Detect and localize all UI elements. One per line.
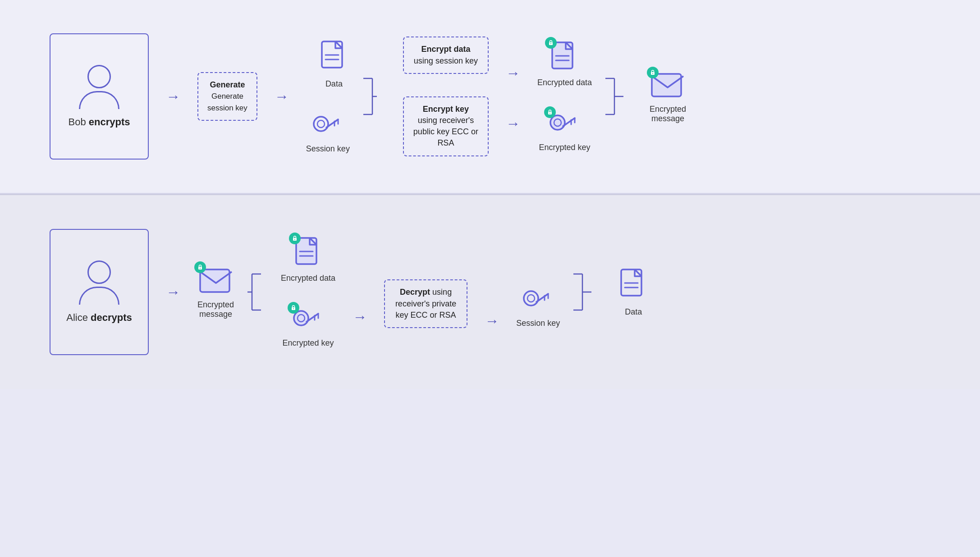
session-key-output-label: Session key bbox=[516, 319, 560, 328]
session-key-output-container: Session key bbox=[516, 256, 560, 328]
arrow-to-decrypt-box: → bbox=[353, 310, 367, 324]
bottom-arrow-1: → bbox=[166, 285, 180, 299]
svg-point-30 bbox=[200, 268, 201, 269]
session-key-label: Session key bbox=[306, 144, 350, 154]
bottom-encrypted-message-icon-wrap bbox=[198, 265, 234, 297]
bob-actor-box: Bob encrypts bbox=[50, 33, 149, 160]
encrypted-message-step: Encrypted message bbox=[650, 69, 686, 123]
generate-session-key-step: GenerateGenerate session key bbox=[197, 72, 257, 121]
bottom-encrypted-data-step: Encrypted data bbox=[281, 236, 335, 283]
svg-point-48 bbox=[527, 295, 535, 302]
encrypted-message-label: Encrypted message bbox=[650, 105, 686, 123]
svg-point-4 bbox=[317, 120, 325, 128]
encrypt-boxes: Encrypt data using session key Encrypt k… bbox=[403, 37, 489, 156]
decrypt-box: Decrypt using receiver's private key ECC… bbox=[384, 279, 467, 328]
bracket-right bbox=[363, 60, 377, 132]
bottom-key-arrow: → bbox=[349, 310, 371, 324]
bottom-encrypted-message-step: Encrypted message bbox=[197, 265, 234, 319]
bottom-encrypted-key-label: Encrypted key bbox=[283, 338, 334, 348]
arrow-after-encrypt-data: → bbox=[506, 66, 520, 80]
svg-point-37 bbox=[294, 239, 295, 240]
final-data-step: Data bbox=[618, 268, 649, 317]
encrypted-key-label: Encrypted key bbox=[539, 143, 590, 152]
bob-icon bbox=[79, 65, 119, 109]
session-key-output-icon bbox=[521, 286, 555, 315]
final-data-icon bbox=[618, 268, 649, 304]
merge-connector bbox=[605, 60, 623, 132]
bottom-lock-badge-key bbox=[288, 302, 299, 314]
encrypt-data-box: Encrypt data using session key bbox=[403, 37, 489, 73]
input-items: Data Session key bbox=[306, 40, 350, 154]
svg-point-18 bbox=[550, 115, 565, 130]
data-icon bbox=[318, 40, 350, 76]
alice-actor-head bbox=[87, 260, 111, 284]
bottom-encrypted-key-step: Encrypted key bbox=[281, 306, 335, 348]
lock-badge-key bbox=[544, 106, 556, 118]
arrow-after-encrypt-key: → bbox=[506, 116, 520, 131]
bob-label: Bob encrypts bbox=[69, 116, 130, 128]
encrypted-message-icon-wrap bbox=[650, 69, 686, 101]
bottom-encrypted-message-label: Encrypted message bbox=[197, 300, 234, 319]
alice-actor-body bbox=[79, 287, 119, 305]
data-step: Data bbox=[318, 40, 350, 89]
arrow-1: → bbox=[166, 89, 180, 104]
arrow-2: → bbox=[275, 89, 289, 104]
session-key-output-step: Session key bbox=[516, 286, 560, 328]
svg-rect-31 bbox=[200, 269, 229, 292]
bottom-bracket-left bbox=[247, 256, 261, 328]
generate-session-key-box: GenerateGenerate session key bbox=[197, 72, 257, 121]
svg-point-47 bbox=[524, 291, 538, 306]
svg-point-17 bbox=[550, 113, 550, 114]
session-key-icon bbox=[311, 111, 345, 141]
bottom-encrypted-data-icon-wrap bbox=[293, 236, 324, 270]
actor-body bbox=[79, 91, 119, 109]
top-section: Bob encrypts → GenerateGenerate session … bbox=[0, 0, 980, 194]
decrypt-box-container: Decrypt using receiver's private key ECC… bbox=[384, 256, 467, 328]
final-data-label: Data bbox=[625, 307, 642, 317]
svg-point-42 bbox=[293, 308, 294, 309]
bottom-split-items: Encrypted data Encrypted key bbox=[281, 236, 335, 348]
bottom-encrypted-key-icon-wrap bbox=[291, 306, 325, 335]
encrypt-key-box: Encrypt key using receiver's public key … bbox=[403, 96, 489, 156]
arrows-after-encrypt: → → bbox=[502, 62, 524, 131]
encrypted-data-label: Encrypted data bbox=[537, 78, 592, 87]
bottom-lock-badge-msg bbox=[194, 261, 206, 273]
svg-rect-28 bbox=[652, 74, 681, 96]
bottom-arrow-after-decrypt: → bbox=[481, 256, 503, 328]
svg-point-12 bbox=[550, 43, 551, 44]
bottom-section: Alice decrypts → Encrypted message bbox=[0, 195, 980, 389]
bottom-merge-connector bbox=[573, 256, 591, 328]
data-label: Data bbox=[325, 79, 343, 89]
alice-icon bbox=[79, 260, 119, 305]
bottom-encrypted-data-label: Encrypted data bbox=[281, 274, 335, 283]
svg-point-43 bbox=[294, 311, 308, 325]
alice-label: Alice decrypts bbox=[66, 312, 132, 324]
session-key-step: Session key bbox=[306, 111, 350, 154]
alice-actor-box: Alice decrypts bbox=[50, 229, 149, 355]
svg-point-3 bbox=[314, 117, 328, 131]
encrypted-key-icon-wrap bbox=[548, 110, 582, 139]
bottom-lock-badge-data bbox=[289, 233, 301, 244]
svg-point-27 bbox=[652, 73, 653, 74]
encrypted-data-step: Encrypted data bbox=[537, 41, 592, 87]
encrypted-key-step: Encrypted key bbox=[537, 110, 592, 152]
arrow-after-decrypt: → bbox=[485, 314, 499, 328]
encrypted-outputs: Encrypted data Encrypted key bbox=[537, 41, 592, 152]
encrypted-data-icon-wrap bbox=[549, 41, 580, 74]
actor-head bbox=[87, 65, 111, 88]
